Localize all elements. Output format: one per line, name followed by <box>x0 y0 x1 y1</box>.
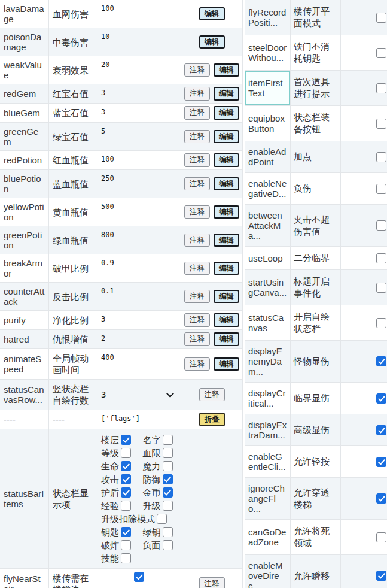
checkbox[interactable] <box>121 501 131 511</box>
status-bar-item-option[interactable]: 生命 <box>101 461 136 471</box>
row-actions: 注释编辑 <box>181 254 243 282</box>
option-label: 破炸 <box>101 541 119 550</box>
checkbox[interactable] <box>376 457 386 467</box>
checkbox[interactable] <box>376 83 386 93</box>
checkbox[interactable] <box>121 540 131 550</box>
edit-button[interactable]: 编辑 <box>214 106 239 120</box>
checkbox[interactable] <box>376 283 386 293</box>
status-bar-item-option[interactable]: 名字 <box>143 435 178 445</box>
comment-button[interactable]: 注释 <box>184 313 210 327</box>
status-bar-item-option[interactable]: 魔力 <box>143 461 178 471</box>
comment-button[interactable]: 注释 <box>184 205 210 219</box>
comment-button[interactable]: 注释 <box>184 87 210 101</box>
checkbox[interactable] <box>163 501 173 511</box>
checkbox[interactable] <box>121 448 131 458</box>
comment-button[interactable]: 注释 <box>184 177 210 191</box>
status-bar-item-option[interactable]: 金币 <box>143 487 178 498</box>
status-bar-item-option[interactable]: 破炸 <box>101 540 136 550</box>
table-row: enableGentleCli... 允许轻按 <box>245 446 387 478</box>
status-bar-item-option[interactable]: 负面 <box>143 540 178 550</box>
status-bar-item-option[interactable]: 升级 <box>143 501 178 511</box>
checkbox[interactable] <box>134 572 144 582</box>
edit-button[interactable]: 编辑 <box>214 332 239 346</box>
setting-key: startUsingCanva... <box>245 270 291 305</box>
checkbox[interactable] <box>163 448 173 458</box>
status-bar-item-option[interactable]: 楼层 <box>101 435 136 445</box>
checkbox[interactable] <box>376 152 386 162</box>
status-bar-item-option[interactable]: 护盾 <box>101 487 136 498</box>
comment-button[interactable]: 注释 <box>184 262 210 275</box>
edit-button[interactable]: 编辑 <box>214 153 239 167</box>
edit-button[interactable]: 编辑 <box>199 35 225 49</box>
checkbox[interactable] <box>163 527 173 537</box>
comment-button[interactable]: 注释 <box>184 130 210 144</box>
checkbox[interactable] <box>163 435 173 445</box>
edit-button[interactable]: 编辑 <box>214 357 239 371</box>
checkbox[interactable] <box>376 13 386 23</box>
checkbox[interactable] <box>376 493 386 504</box>
option-label: 血限 <box>143 448 161 457</box>
checkbox[interactable] <box>121 553 131 563</box>
edit-button[interactable]: 编辑 <box>214 87 239 101</box>
status-bar-item-option[interactable]: 防御 <box>143 474 178 484</box>
comment-button[interactable]: 注释 <box>199 577 225 588</box>
status-bar-item-option[interactable]: 绿钥 <box>143 527 178 537</box>
checkbox[interactable] <box>157 514 167 524</box>
setting-value: 400 <box>97 349 181 379</box>
checkbox[interactable] <box>121 474 131 484</box>
edit-button[interactable]: 编辑 <box>214 290 239 304</box>
setting-toggle-cell <box>341 141 387 172</box>
checkbox[interactable] <box>121 527 131 537</box>
checkbox[interactable] <box>376 356 386 366</box>
edit-button[interactable]: 编辑 <box>214 313 239 327</box>
comment-button[interactable]: 注释 <box>199 388 225 402</box>
checkbox[interactable] <box>163 540 173 550</box>
checkbox[interactable] <box>376 571 386 581</box>
comment-button[interactable]: 注释 <box>184 234 210 247</box>
row-count-select[interactable]: 3 <box>101 390 176 399</box>
checkbox[interactable] <box>376 253 386 263</box>
edit-button[interactable]: 编辑 <box>214 234 239 247</box>
collapse-button[interactable]: 折叠 <box>199 413 225 426</box>
checkbox[interactable] <box>376 48 386 58</box>
status-bar-item-option[interactable]: 等级 <box>101 448 136 458</box>
comment-button[interactable]: 注释 <box>184 290 210 304</box>
row-actions: 注释编辑 <box>181 283 243 310</box>
setting-key: counterAttack <box>0 283 49 310</box>
checkbox[interactable] <box>376 425 386 435</box>
status-bar-item-option[interactable]: 血限 <box>143 448 178 458</box>
status-bar-item-option[interactable]: 钥匙 <box>101 527 136 537</box>
checkbox[interactable] <box>376 220 386 231</box>
status-bar-item-option[interactable]: 攻击 <box>101 474 136 484</box>
flags-config-table: flyRecordPositi... 楼传开平面模式 steelDoorWith… <box>245 0 387 588</box>
checkbox[interactable] <box>121 461 131 471</box>
edit-button[interactable]: 编辑 <box>214 130 239 144</box>
setting-value: 5 <box>97 123 181 150</box>
edit-button[interactable]: 编辑 <box>214 262 239 275</box>
edit-button[interactable]: 编辑 <box>199 7 225 21</box>
config-editor: lavaDamage 血网伤害 100 编辑 poisonDamage 中毒伤害… <box>0 0 387 588</box>
checkbox[interactable] <box>376 119 386 129</box>
comment-button[interactable]: 注释 <box>184 106 210 120</box>
checkbox[interactable] <box>376 532 386 542</box>
comment-button[interactable]: 注释 <box>184 332 210 346</box>
comment-button[interactable]: 注释 <box>184 63 210 77</box>
edit-button[interactable]: 编辑 <box>214 177 239 191</box>
status-bar-item-option[interactable]: 技能 <box>101 553 136 563</box>
comment-button[interactable]: 注释 <box>184 153 210 167</box>
checkbox[interactable] <box>121 435 131 445</box>
checkbox[interactable] <box>163 487 173 498</box>
status-bar-item-option[interactable]: 升级扣除模式 <box>101 514 177 524</box>
checkbox[interactable] <box>163 461 173 471</box>
status-bar-item-option[interactable]: 经验 <box>101 501 136 511</box>
comment-button[interactable]: 注释 <box>184 357 210 371</box>
checkbox[interactable] <box>163 474 173 484</box>
edit-button[interactable]: 编辑 <box>214 205 239 219</box>
checkbox[interactable] <box>376 393 386 404</box>
checkbox[interactable] <box>376 184 386 194</box>
checkbox[interactable] <box>121 487 131 498</box>
checkbox[interactable] <box>376 318 386 328</box>
edit-button[interactable]: 编辑 <box>214 63 239 77</box>
table-row: enableAddPoint 加点 <box>245 141 387 173</box>
row-actions: 注释编辑 <box>181 349 243 379</box>
